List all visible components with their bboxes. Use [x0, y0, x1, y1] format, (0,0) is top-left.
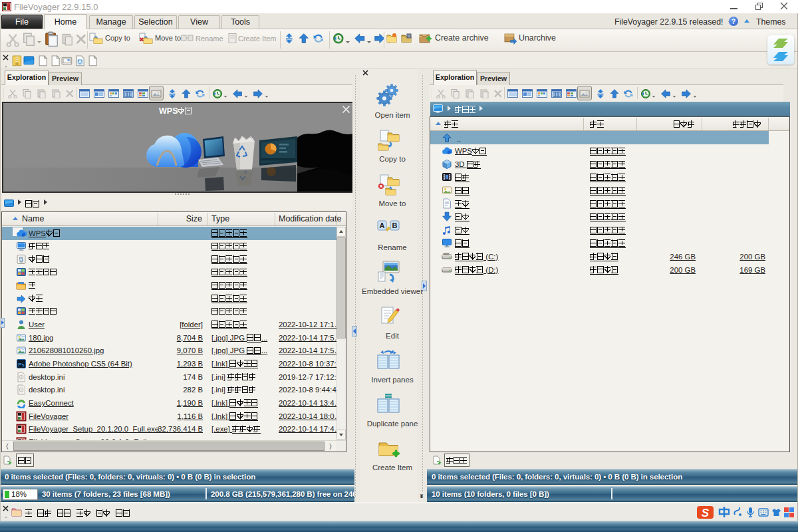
- svg-text:A: A: [380, 221, 385, 229]
- svg-text:B: B: [392, 221, 398, 229]
- svg-text:S: S: [702, 507, 710, 519]
- svg-text:Ps: Ps: [18, 362, 24, 368]
